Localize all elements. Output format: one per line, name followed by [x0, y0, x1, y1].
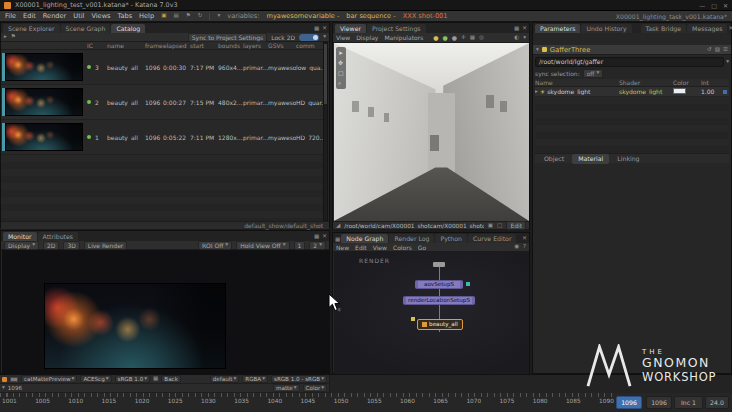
menu-item[interactable]: File: [5, 12, 16, 20]
hold-view-dropdown[interactable]: Hold View Off▾: [236, 241, 289, 250]
variable-value-1[interactable]: myawesomevariable -: [267, 12, 340, 20]
nodegraph-canvas[interactable]: RENDER aovSetupS renderLocationSetupS be…: [334, 252, 529, 374]
marquee-tool-icon[interactable]: ▢: [338, 69, 344, 76]
tab-task-bridge[interactable]: Task Bridge: [641, 24, 687, 33]
light-enable-checkbox[interactable]: [723, 90, 727, 94]
light-row-skydome[interactable]: ▸ ☀ skydome_light skydome_light 1.00: [535, 87, 729, 97]
move-tool-icon[interactable]: ✥: [338, 59, 344, 66]
display-transform-dropdown[interactable]: sRGB 1.0 - sRGB▾: [271, 375, 327, 384]
panel-close-icon[interactable]: ✕: [522, 26, 527, 32]
render-thumbnail[interactable]: [5, 123, 83, 151]
viewer-menu-item[interactable]: Manipulators: [384, 34, 423, 41]
view-slot-2-button[interactable]: 2▾: [309, 241, 326, 250]
menu-item[interactable]: Views: [91, 12, 110, 20]
tab-object[interactable]: Object: [538, 154, 570, 164]
live-render-button[interactable]: Live Render: [84, 241, 128, 250]
fps-field[interactable]: 24.0: [705, 396, 729, 409]
column-int[interactable]: Int: [701, 79, 723, 86]
variable-value-2[interactable]: bar sequence -: [346, 12, 395, 20]
column-color[interactable]: Color: [673, 79, 701, 86]
look-through-icon[interactable]: ▣: [488, 223, 493, 229]
camera-icon[interactable]: ◎: [479, 35, 484, 41]
color-dropdown[interactable]: Color▾: [303, 384, 327, 393]
help-icon[interactable]: ?: [523, 244, 526, 250]
flag-icon[interactable]: ⚑: [186, 13, 191, 19]
lighting-mode-icon[interactable]: ◐: [514, 35, 519, 41]
column-gsvs[interactable]: GSVs: [268, 42, 296, 49]
increment-field[interactable]: Inc1: [674, 396, 703, 409]
reset-icon[interactable]: ↺: [707, 47, 712, 53]
column-start[interactable]: start: [190, 42, 218, 49]
tab-python[interactable]: Python: [435, 234, 466, 243]
panel-menu-icon[interactable]: ▦: [514, 26, 519, 32]
collapse-caret-icon[interactable]: ▾: [536, 47, 539, 53]
close-icon[interactable]: ✕: [723, 2, 728, 9]
bookmark-icon[interactable]: ⚑: [11, 34, 16, 40]
view-slot-1-button[interactable]: 1: [294, 241, 306, 250]
minimize-icon[interactable]: —: [699, 2, 705, 9]
zoom-tool-icon[interactable]: ⌕: [338, 79, 344, 87]
column-shader[interactable]: Shader: [619, 79, 673, 86]
dropdown-caret-icon[interactable]: ▾: [523, 35, 526, 41]
camera-path[interactable]: /root/world/cam/X00001_shotcam/X00001_sh…: [344, 223, 483, 229]
menu-item[interactable]: Render: [43, 12, 66, 20]
dropdown-caret-icon[interactable]: ▾: [2, 385, 5, 391]
back-button[interactable]: Back: [161, 375, 181, 384]
catalog-row[interactable]: 1 beauty_all 1096 0:05:22 7:11 PM 1280x.…: [1, 120, 323, 155]
tab-scene-explorer[interactable]: Scene Explorer: [3, 24, 60, 33]
timeline-labels[interactable]: 1001100510101015102010251030103510401045…: [2, 398, 614, 404]
out-frame-field[interactable]: 1096: [646, 396, 672, 409]
dropdown-caret-icon[interactable]: ▾: [726, 59, 729, 65]
variable-value-3[interactable]: XXX shot-001: [403, 12, 448, 20]
tab-parameters[interactable]: Parameters: [535, 24, 580, 33]
column-comm[interactable]: comm: [296, 42, 323, 49]
axis-icon[interactable]: ✛: [461, 35, 466, 41]
timeline-ticks[interactable]: [0, 393, 616, 397]
menu-item[interactable]: Tabs: [117, 12, 132, 20]
tab-monitor[interactable]: Monitor: [3, 232, 37, 241]
menu-item[interactable]: Edit: [23, 12, 36, 20]
mode-3d-button[interactable]: 3D: [63, 241, 79, 250]
panel-close-icon[interactable]: ✕: [728, 26, 732, 32]
light-shader[interactable]: skydome_light: [619, 88, 673, 95]
panel-menu-icon[interactable]: ▦: [314, 26, 319, 32]
grid-icon[interactable]: ▦: [470, 35, 475, 41]
node-beauty-all[interactable]: beauty_all: [417, 319, 463, 330]
nodegraph-menu-item[interactable]: Colors: [393, 244, 412, 251]
panel-close-icon[interactable]: ✕: [322, 26, 327, 32]
tab-linking[interactable]: Linking: [611, 154, 645, 164]
column-elapsed[interactable]: elapsed: [163, 42, 190, 49]
preset-dropdown[interactable]: default▾: [210, 375, 240, 384]
tab-viewer[interactable]: Viewer: [335, 24, 366, 33]
monitor-canvas[interactable]: [2, 250, 329, 374]
translate-manip-icon[interactable]: ●: [433, 34, 438, 41]
tab-undo-history[interactable]: Undo History: [581, 24, 631, 33]
light-color-swatch[interactable]: [673, 88, 686, 94]
column-ic[interactable]: IC: [87, 42, 107, 49]
tab-attributes[interactable]: Attributes: [38, 232, 79, 241]
nodegraph-menu-item[interactable]: New: [336, 244, 349, 251]
current-frame-field[interactable]: 1096: [616, 396, 642, 409]
tab-project-settings[interactable]: Project Settings: [367, 24, 426, 33]
node-dot[interactable]: [433, 262, 445, 267]
render-thumbnail[interactable]: [5, 53, 83, 81]
nodegraph-menu-item[interactable]: View: [373, 244, 387, 251]
render-thumbnail[interactable]: [5, 88, 83, 116]
pass-dropdown[interactable]: catMattePreview▾: [21, 375, 77, 384]
sync-selection-value[interactable]: off▾: [583, 69, 604, 78]
node-aov-setup[interactable]: aovSetupS: [415, 280, 463, 289]
column-name[interactable]: name: [107, 42, 145, 49]
roi-dropdown[interactable]: ROI Off▾: [198, 241, 232, 250]
display-dropdown[interactable]: Display▾: [4, 241, 39, 250]
matte-dropdown[interactable]: matte▾: [273, 384, 300, 393]
hamburger-icon[interactable]: ☰: [723, 47, 728, 53]
viewport-3d[interactable]: ➤ ✥ ▢ ⌕: [334, 43, 529, 221]
refresh-icon[interactable]: ↻: [198, 13, 203, 19]
menu-item[interactable]: Util: [73, 12, 84, 20]
column-light-name[interactable]: Name: [535, 79, 619, 86]
column-layers[interactable]: layers: [243, 42, 268, 49]
open-folder-icon[interactable]: ▣: [161, 13, 166, 19]
edit-button[interactable]: Edit: [506, 221, 526, 230]
select-tool-icon[interactable]: ➤: [338, 49, 344, 56]
panel-menu-icon[interactable]: ▦: [314, 234, 319, 240]
